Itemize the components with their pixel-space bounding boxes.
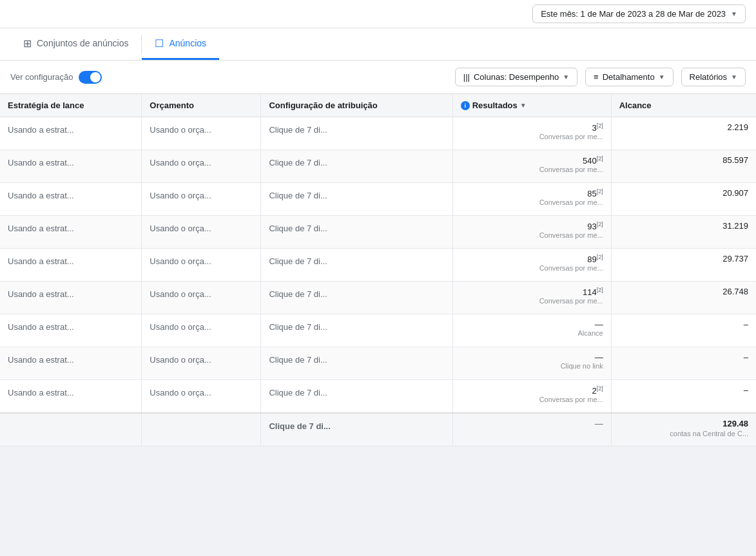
top-bar: Este mês: 1 de Mar de 2023 a 28 de Mar d… [0,0,756,28]
cell-lance: Usando a estrat... [0,380,142,414]
resultado-sub: Clique no link [561,362,603,370]
total-resultado: — [452,413,611,446]
resultado-main: — [595,320,603,329]
reports-button[interactable]: Relatórios ▼ [681,68,746,86]
atribuicao-value: Clique de 7 di... [261,216,364,241]
table-total-row: Clique de 7 di... — 129.48contas na Cent… [0,413,756,446]
resultado-sup: [2] [597,287,603,293]
atribuicao-value: Clique de 7 di... [261,282,364,307]
orcamento-value: Usando o orça... [142,216,245,241]
cell-orcamento: Usando o orça... [142,117,261,150]
cell-alcance: 31.219 [611,216,756,249]
resultado-sub: Conversas por me... [539,396,603,403]
cell-orcamento: Usando o orça... [142,150,261,183]
info-icon: i [461,101,470,110]
alcance-value: – [612,347,756,367]
th-resultados: i Resultados ▼ [452,94,611,117]
resultado-sup: [2] [597,385,603,392]
sort-icon[interactable]: ▼ [520,102,527,109]
resultado-main: 3[2] [592,122,603,133]
columns-icon: ||| [463,72,470,82]
columns-label: Colunas: Desempenho [474,72,559,82]
table-row[interactable]: Usando a estrat...Usando o orça...Clique… [0,314,756,347]
config-toggle[interactable] [79,71,102,84]
cell-atribuicao: Clique de 7 di... [261,183,452,216]
cell-lance: Usando a estrat... [0,347,142,380]
orcamento-value: Usando o orça... [142,347,245,372]
cell-atribuicao: Clique de 7 di... [261,150,452,183]
cell-atribuicao: Clique de 7 di... [261,117,452,150]
th-lance: Estratégia de lance [0,94,142,117]
atribuicao-value: Clique de 7 di... [261,183,364,208]
alcance-value: 29.737 [612,249,756,269]
orcamento-value: Usando o orça... [142,150,245,175]
resultado-main: — [595,352,603,362]
cell-orcamento: Usando o orça... [142,347,261,380]
lance-value: Usando a estrat... [0,282,103,307]
lance-value: Usando a estrat... [0,150,103,175]
orcamento-value: Usando o orça... [142,117,245,142]
config-label: Ver configuração [10,72,73,82]
cell-resultado: —Clique no link [452,347,611,380]
orcamento-value: Usando o orça... [142,380,245,405]
alcance-value: – [612,314,756,334]
cell-lance: Usando a estrat... [0,150,142,183]
resultado-main: 85[2] [587,188,603,198]
cell-lance: Usando a estrat... [0,314,142,347]
reports-label: Relatórios [690,72,728,82]
lance-value: Usando a estrat... [0,117,103,142]
atribuicao-value: Clique de 7 di... [261,347,364,372]
orcamento-value: Usando o orça... [142,314,245,340]
tab-anuncios-label: Anúncios [169,38,206,48]
detail-icon: ≡ [594,72,599,82]
alcance-value: 31.219 [612,216,756,236]
cell-resultado: 114[2]Conversas por me... [452,282,611,314]
ad-icon: ☐ [155,37,164,50]
atribuicao-value: Clique de 7 di... [261,249,364,274]
table-row[interactable]: Usando a estrat...Usando o orça...Clique… [0,380,756,414]
columns-button[interactable]: ||| Colunas: Desempenho ▼ [455,68,577,86]
atribuicao-value: Clique de 7 di... [261,150,364,175]
lance-value: Usando a estrat... [0,347,103,372]
cell-alcance: 85.597 [611,150,756,183]
alcance-value: 20.907 [612,183,756,203]
resultado-main: 114[2] [583,287,603,297]
lance-value: Usando a estrat... [0,380,103,405]
resultado-sub: Alcance [578,329,603,337]
cell-atribuicao: Clique de 7 di... [261,314,452,347]
table-row[interactable]: Usando a estrat...Usando o orça...Clique… [0,282,756,314]
table-row[interactable]: Usando a estrat...Usando o orça...Clique… [0,117,756,150]
table-row[interactable]: Usando a estrat...Usando o orça...Clique… [0,183,756,216]
resultado-main: 540[2] [583,155,603,166]
resultado-sub: Conversas por me... [539,231,603,239]
detail-button[interactable]: ≡ Detalhamento ▼ [585,68,673,86]
cell-orcamento: Usando o orça... [142,314,261,347]
data-table: Estratégia de lance Orçamento Configuraç… [0,94,756,446]
total-alcance: 129.48contas na Central de C... [611,413,756,446]
atribuicao-value: Clique de 7 di... [261,117,364,142]
th-orcamento: Orçamento [142,94,261,117]
orcamento-value: Usando o orça... [142,183,245,208]
table-row[interactable]: Usando a estrat...Usando o orça...Clique… [0,249,756,282]
cell-atribuicao: Clique de 7 di... [261,347,452,380]
resultado-sup: [2] [597,254,603,260]
cell-atribuicao: Clique de 7 di... [261,216,452,249]
chevron-down-icon: ▼ [731,10,737,17]
cell-orcamento: Usando o orça... [142,183,261,216]
tab-conjuntos-anuncios[interactable]: ⊞ Conjuntos de anúncios [10,28,141,60]
cell-orcamento: Usando o orça... [142,249,261,282]
cell-orcamento: Usando o orça... [142,282,261,314]
resultado-sub: Conversas por me... [539,264,603,272]
date-range-selector[interactable]: Este mês: 1 de Mar de 2023 a 28 de Mar d… [532,5,746,23]
table-row[interactable]: Usando a estrat...Usando o orça...Clique… [0,347,756,380]
total-orcamento [142,413,261,446]
cell-lance: Usando a estrat... [0,183,142,216]
table-row[interactable]: Usando a estrat...Usando o orça...Clique… [0,150,756,183]
reports-chevron-icon: ▼ [731,73,737,81]
toolbar: Ver configuração ||| Colunas: Desempenho… [0,61,756,94]
toolbar-left: Ver configuração [10,71,102,84]
tab-anuncios[interactable]: ☐ Anúncios [142,28,219,60]
resultado-sup: [2] [597,221,603,227]
th-atribuicao: Configuração de atribuição [261,94,452,117]
table-row[interactable]: Usando a estrat...Usando o orça...Clique… [0,216,756,249]
